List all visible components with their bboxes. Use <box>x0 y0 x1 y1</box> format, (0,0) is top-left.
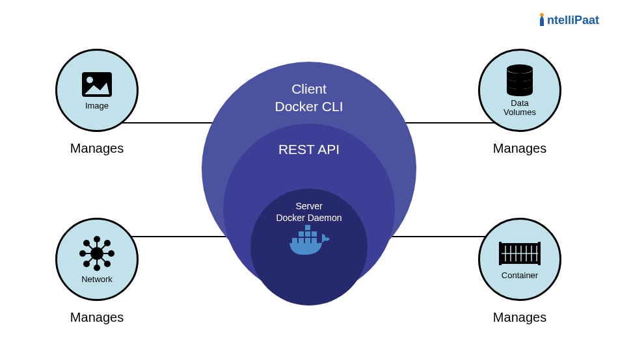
image-icon <box>81 71 113 98</box>
data-volumes-relation: Manages <box>493 141 546 156</box>
image-circle: Image <box>55 49 139 132</box>
server-label: Server Docker Daemon <box>276 200 342 224</box>
data-volumes-circle: Data Volumes <box>478 49 561 132</box>
brand-logo: ntelliPaat <box>537 10 602 32</box>
network-icon <box>79 235 115 272</box>
network-label: Network <box>81 274 113 284</box>
container-label: Container <box>502 270 538 280</box>
container-icon <box>498 239 542 268</box>
svg-rect-40 <box>538 242 541 265</box>
svg-rect-9 <box>305 225 310 230</box>
svg-rect-8 <box>312 231 317 237</box>
svg-rect-7 <box>305 231 310 237</box>
container-circle: Container <box>478 218 561 301</box>
client-label: Client Docker CLI <box>275 80 343 116</box>
node-network: Network Manages <box>55 218 139 325</box>
node-data-volumes: Data Volumes Manages <box>478 49 561 156</box>
docker-icon <box>283 224 335 263</box>
svg-point-11 <box>87 77 93 83</box>
architecture-layers: Client Docker CLI REST API Server Docker… <box>211 49 407 335</box>
image-relation: Manages <box>70 141 124 156</box>
svg-rect-2 <box>292 238 297 243</box>
image-label: Image <box>85 101 109 110</box>
network-relation: Manages <box>70 310 124 325</box>
data-volumes-label: Data Volumes <box>504 99 536 118</box>
svg-text:ntelliPaat: ntelliPaat <box>547 14 599 27</box>
container-relation: Manages <box>493 310 546 325</box>
database-icon <box>505 64 535 96</box>
svg-rect-4 <box>305 238 310 243</box>
server-layer: Server Docker Daemon <box>250 188 368 306</box>
svg-rect-3 <box>299 238 304 243</box>
svg-rect-5 <box>312 238 317 243</box>
node-container: Container Manages <box>478 218 561 325</box>
svg-rect-6 <box>299 231 304 237</box>
rest-api-label: REST API <box>278 142 340 157</box>
svg-point-12 <box>507 64 533 73</box>
svg-rect-39 <box>499 242 502 265</box>
network-circle: Network <box>55 218 139 301</box>
node-image: Image Manages <box>55 49 139 156</box>
